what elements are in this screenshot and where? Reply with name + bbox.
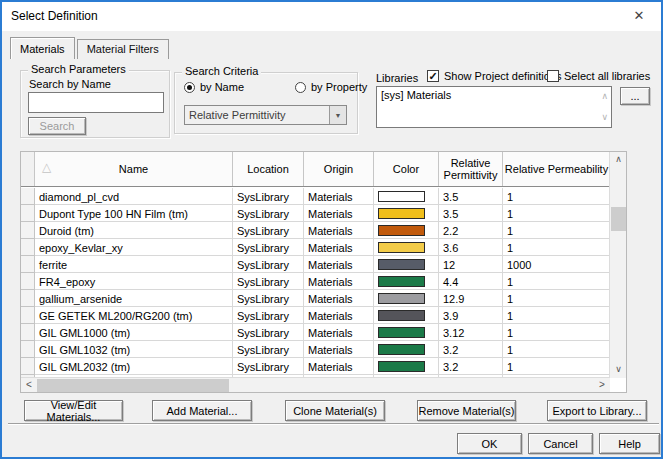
cell-color — [374, 205, 439, 222]
tab-materials[interactable]: Materials — [10, 37, 75, 59]
column-header-name[interactable]: △ Name — [35, 152, 233, 186]
scroll-right-icon[interactable]: > — [594, 378, 610, 393]
cell-permeability: 1 — [503, 205, 610, 222]
radio-by-property[interactable]: by Property — [295, 81, 367, 93]
vertical-scrollbar[interactable]: ∧ ∨ — [609, 152, 626, 378]
radio-by-name[interactable]: by Name — [184, 81, 244, 93]
radio-selected-icon — [184, 82, 195, 93]
cell-name: gallium_arsenide — [35, 290, 233, 307]
tab-materials-label: Materials — [20, 43, 65, 55]
cell-color — [374, 358, 439, 375]
cell-name: diamond_pl_cvd — [35, 188, 233, 205]
checkbox-checked-icon: ✓ — [427, 70, 439, 82]
horizontal-scrollbar-thumb[interactable] — [37, 379, 229, 392]
sort-ascending-icon: △ — [42, 161, 51, 173]
scroll-left-icon[interactable]: < — [21, 378, 37, 393]
table-row[interactable]: diamond_pl_cvdSysLibraryMaterials3.51 — [21, 188, 610, 205]
tab-material-filters[interactable]: Material Filters — [77, 39, 169, 59]
cell-color — [374, 239, 439, 256]
row-selector[interactable] — [21, 273, 35, 290]
row-selector[interactable] — [21, 188, 35, 205]
column-header-location[interactable]: Location — [233, 152, 304, 186]
export-to-library-button[interactable]: Export to Library... — [547, 400, 647, 421]
table-row[interactable]: Dupont Type 100 HN Film (tm)SysLibraryMa… — [21, 205, 610, 222]
row-selector[interactable] — [21, 205, 35, 222]
cell-permittivity: 3.2 — [439, 341, 503, 358]
table-row[interactable]: epoxy_Kevlar_xySysLibraryMaterials3.61 — [21, 239, 610, 256]
row-selector[interactable] — [21, 222, 35, 239]
column-header-color[interactable]: Color — [374, 152, 439, 186]
table-row[interactable]: GIL GML1032 (tm)SysLibraryMaterials3.21 — [21, 341, 610, 358]
cell-permeability: 1 — [503, 273, 610, 290]
row-selector[interactable] — [21, 358, 35, 375]
scroll-down-icon[interactable]: ∨ — [601, 113, 608, 122]
show-project-definitions-label: Show Project definitions — [444, 70, 561, 82]
cancel-button[interactable]: Cancel — [528, 433, 593, 454]
color-swatch — [378, 208, 425, 219]
browse-libraries-button[interactable]: ... — [620, 87, 650, 105]
table-row[interactable]: FR4_epoxySysLibraryMaterials4.41 — [21, 273, 610, 290]
horizontal-scrollbar[interactable]: < > — [21, 377, 610, 392]
table-row[interactable]: ferriteSysLibraryMaterials121000 — [21, 256, 610, 273]
table-header: △ Name Location Origin Color Relative Pe… — [21, 152, 610, 187]
scroll-up-icon[interactable]: ∧ — [601, 92, 608, 101]
remove-material-button[interactable]: Remove Material(s) — [417, 400, 516, 421]
library-item[interactable]: [sys] Materials — [377, 87, 611, 103]
color-swatch — [378, 242, 425, 253]
column-header-permeability[interactable]: Relative Permeability — [503, 152, 610, 186]
view-edit-materials-button[interactable]: View/Edit Materials... — [24, 400, 123, 421]
search-parameters-label: Search Parameters — [28, 63, 129, 75]
cell-location: SysLibrary — [233, 256, 304, 273]
libraries-listbox[interactable]: [sys] Materials ∧ ∨ — [376, 86, 612, 128]
cell-permittivity: 3.2 — [439, 358, 503, 375]
row-selector[interactable] — [21, 239, 35, 256]
clone-material-button[interactable]: Clone Material(s) — [285, 400, 385, 421]
scroll-down-icon[interactable]: ∨ — [610, 362, 627, 378]
cell-name: GE GETEK ML200/RG200 (tm) — [35, 307, 233, 324]
cell-origin: Materials — [304, 324, 374, 341]
cell-color — [374, 307, 439, 324]
tab-material-filters-label: Material Filters — [87, 43, 159, 55]
divider — [8, 423, 659, 425]
table-row[interactable]: GIL GML2032 (tm)SysLibraryMaterials3.21 — [21, 358, 610, 375]
title-bar[interactable]: Select Definition ✕ — [2, 2, 661, 31]
column-header-origin[interactable]: Origin — [304, 152, 374, 186]
select-all-libraries-checkbox[interactable]: Select all libraries — [547, 70, 650, 82]
add-material-button[interactable]: Add Material... — [152, 400, 252, 421]
help-button[interactable]: Help — [599, 433, 660, 454]
row-selector[interactable] — [21, 256, 35, 273]
cell-location: SysLibrary — [233, 324, 304, 341]
cell-origin: Materials — [304, 256, 374, 273]
cell-permittivity: 3.5 — [439, 188, 503, 205]
search-button[interactable]: Search — [28, 117, 86, 135]
cell-permittivity: 3.9 — [439, 307, 503, 324]
row-selector[interactable] — [21, 341, 35, 358]
ok-button[interactable]: OK — [457, 433, 522, 454]
by-name-label: by Name — [200, 81, 244, 93]
column-header-selector[interactable] — [21, 152, 35, 186]
row-selector[interactable] — [21, 307, 35, 324]
cell-location: SysLibrary — [233, 307, 304, 324]
table-row[interactable]: GIL GML1000 (tm)SysLibraryMaterials3.121 — [21, 324, 610, 341]
close-button[interactable]: ✕ — [630, 7, 648, 25]
cell-color — [374, 341, 439, 358]
cell-permeability: 1 — [503, 358, 610, 375]
table-row[interactable]: GE GETEK ML200/RG200 (tm)SysLibraryMater… — [21, 307, 610, 324]
cell-permeability: 1 — [503, 341, 610, 358]
color-swatch — [378, 310, 425, 321]
row-selector[interactable] — [21, 290, 35, 307]
property-dropdown[interactable]: Relative Permittivity ▼ — [184, 105, 347, 125]
cell-location: SysLibrary — [233, 205, 304, 222]
row-selector[interactable] — [21, 324, 35, 341]
search-input[interactable] — [28, 92, 164, 113]
cell-permittivity: 3.6 — [439, 239, 503, 256]
table-row[interactable]: gallium_arsenideSysLibraryMaterials12.91 — [21, 290, 610, 307]
vertical-scrollbar-thumb[interactable] — [611, 207, 626, 231]
show-project-definitions-checkbox[interactable]: ✓ Show Project definitions — [427, 70, 561, 82]
cell-location: SysLibrary — [233, 341, 304, 358]
column-header-permittivity[interactable]: Relative Permittivity — [439, 152, 503, 186]
scroll-up-icon[interactable]: ∧ — [610, 152, 627, 168]
table-row[interactable]: Duroid (tm)SysLibraryMaterials2.21 — [21, 222, 610, 239]
chevron-down-icon: ▼ — [329, 106, 346, 124]
cell-origin: Materials — [304, 290, 374, 307]
